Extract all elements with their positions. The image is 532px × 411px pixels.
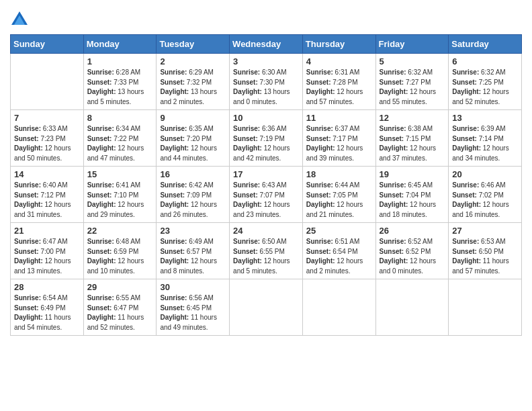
calendar-cell: 26Sunrise: 6:52 AMSunset: 6:52 PMDayligh… [375,223,449,279]
day-info: Sunrise: 6:32 AMSunset: 7:25 PMDaylight:… [452,68,518,107]
day-info: Sunrise: 6:29 AMSunset: 7:32 PMDaylight:… [160,68,226,107]
day-info: Sunrise: 6:30 AMSunset: 7:30 PMDaylight:… [233,68,299,107]
calendar-cell: 25Sunrise: 6:51 AMSunset: 6:54 PMDayligh… [302,223,375,279]
calendar-cell [449,279,522,336]
day-info: Sunrise: 6:51 AMSunset: 6:54 PMDaylight:… [306,237,372,276]
calendar-cell: 21Sunrise: 6:47 AMSunset: 7:00 PMDayligh… [11,223,84,279]
calendar-cell: 7Sunrise: 6:33 AMSunset: 7:23 PMDaylight… [11,110,84,167]
calendar-cell: 12Sunrise: 6:38 AMSunset: 7:15 PMDayligh… [375,110,449,167]
day-info: Sunrise: 6:42 AMSunset: 7:09 PMDaylight:… [160,181,226,220]
calendar-cell: 4Sunrise: 6:31 AMSunset: 7:28 PMDaylight… [302,54,375,110]
day-info: Sunrise: 6:46 AMSunset: 7:02 PMDaylight:… [452,181,518,220]
day-info: Sunrise: 6:41 AMSunset: 7:10 PMDaylight:… [87,181,153,220]
day-number: 12 [380,113,445,123]
day-number: 1 [87,56,153,66]
day-info: Sunrise: 6:44 AMSunset: 7:05 PMDaylight:… [306,181,372,220]
day-number: 24 [233,226,299,236]
day-number: 28 [14,282,80,292]
day-info: Sunrise: 6:38 AMSunset: 7:15 PMDaylight:… [380,124,445,163]
day-number: 11 [306,113,372,123]
weekday-header-tuesday: Tuesday [157,35,230,54]
calendar-cell: 8Sunrise: 6:34 AMSunset: 7:22 PMDaylight… [83,110,157,167]
calendar-header-row: SundayMondayTuesdayWednesdayThursdayFrid… [11,35,522,54]
calendar: SundayMondayTuesdayWednesdayThursdayFrid… [10,34,522,336]
calendar-cell: 22Sunrise: 6:48 AMSunset: 6:59 PMDayligh… [83,223,157,279]
day-number: 8 [87,113,153,123]
calendar-cell: 17Sunrise: 6:43 AMSunset: 7:07 PMDayligh… [230,167,303,223]
calendar-cell [11,54,84,110]
day-number: 13 [452,113,518,123]
day-number: 4 [306,56,372,66]
day-info: Sunrise: 6:34 AMSunset: 7:22 PMDaylight:… [87,124,153,163]
calendar-cell: 13Sunrise: 6:39 AMSunset: 7:14 PMDayligh… [449,110,522,167]
calendar-cell: 14Sunrise: 6:40 AMSunset: 7:12 PMDayligh… [11,167,84,223]
day-info: Sunrise: 6:47 AMSunset: 7:00 PMDaylight:… [14,237,80,276]
page-header [10,7,522,29]
day-info: Sunrise: 6:33 AMSunset: 7:23 PMDaylight:… [14,124,80,163]
day-number: 18 [306,169,372,179]
day-info: Sunrise: 6:35 AMSunset: 7:20 PMDaylight:… [160,124,226,163]
day-number: 30 [160,282,226,292]
day-info: Sunrise: 6:36 AMSunset: 7:19 PMDaylight:… [233,124,299,163]
calendar-cell [375,279,449,336]
logo [10,10,32,29]
day-number: 7 [14,113,80,123]
day-number: 6 [452,56,518,66]
calendar-cell: 10Sunrise: 6:36 AMSunset: 7:19 PMDayligh… [230,110,303,167]
calendar-cell [302,279,375,336]
calendar-cell: 16Sunrise: 6:42 AMSunset: 7:09 PMDayligh… [157,167,230,223]
day-info: Sunrise: 6:37 AMSunset: 7:17 PMDaylight:… [306,124,372,163]
calendar-cell: 29Sunrise: 6:55 AMSunset: 6:47 PMDayligh… [83,279,157,336]
calendar-cell [230,279,303,336]
day-info: Sunrise: 6:32 AMSunset: 7:27 PMDaylight:… [380,68,445,107]
day-number: 26 [380,226,445,236]
week-row-2: 7Sunrise: 6:33 AMSunset: 7:23 PMDaylight… [11,110,522,167]
week-row-5: 28Sunrise: 6:54 AMSunset: 6:49 PMDayligh… [11,279,522,336]
week-row-4: 21Sunrise: 6:47 AMSunset: 7:00 PMDayligh… [11,223,522,279]
calendar-cell: 24Sunrise: 6:50 AMSunset: 6:55 PMDayligh… [230,223,303,279]
day-number: 14 [14,169,80,179]
calendar-cell: 1Sunrise: 6:28 AMSunset: 7:33 PMDaylight… [83,54,157,110]
day-number: 20 [452,169,518,179]
day-info: Sunrise: 6:53 AMSunset: 6:50 PMDaylight:… [452,237,518,276]
calendar-cell: 30Sunrise: 6:56 AMSunset: 6:45 PMDayligh… [157,279,230,336]
day-number: 25 [306,226,372,236]
day-info: Sunrise: 6:56 AMSunset: 6:45 PMDaylight:… [160,293,226,332]
calendar-cell: 2Sunrise: 6:29 AMSunset: 7:32 PMDaylight… [157,54,230,110]
day-info: Sunrise: 6:40 AMSunset: 7:12 PMDaylight:… [14,181,80,220]
day-info: Sunrise: 6:49 AMSunset: 6:57 PMDaylight:… [160,237,226,276]
weekday-header-monday: Monday [83,35,157,54]
calendar-cell: 11Sunrise: 6:37 AMSunset: 7:17 PMDayligh… [302,110,375,167]
calendar-cell: 27Sunrise: 6:53 AMSunset: 6:50 PMDayligh… [449,223,522,279]
day-number: 29 [87,282,153,292]
day-number: 5 [380,56,445,66]
day-number: 2 [160,56,226,66]
weekday-header-sunday: Sunday [11,35,84,54]
day-number: 21 [14,226,80,236]
calendar-cell: 28Sunrise: 6:54 AMSunset: 6:49 PMDayligh… [11,279,84,336]
day-info: Sunrise: 6:55 AMSunset: 6:47 PMDaylight:… [87,293,153,332]
week-row-1: 1Sunrise: 6:28 AMSunset: 7:33 PMDaylight… [11,54,522,110]
day-info: Sunrise: 6:31 AMSunset: 7:28 PMDaylight:… [306,68,372,107]
day-number: 17 [233,169,299,179]
logo-icon [10,10,29,29]
day-number: 22 [87,226,153,236]
day-info: Sunrise: 6:50 AMSunset: 6:55 PMDaylight:… [233,237,299,276]
day-number: 19 [380,169,445,179]
day-info: Sunrise: 6:54 AMSunset: 6:49 PMDaylight:… [14,293,80,332]
weekday-header-friday: Friday [375,35,449,54]
calendar-cell: 5Sunrise: 6:32 AMSunset: 7:27 PMDaylight… [375,54,449,110]
day-number: 27 [452,226,518,236]
calendar-cell: 23Sunrise: 6:49 AMSunset: 6:57 PMDayligh… [157,223,230,279]
calendar-cell: 15Sunrise: 6:41 AMSunset: 7:10 PMDayligh… [83,167,157,223]
day-number: 3 [233,56,299,66]
day-number: 16 [160,169,226,179]
day-info: Sunrise: 6:28 AMSunset: 7:33 PMDaylight:… [87,68,153,107]
weekday-header-wednesday: Wednesday [230,35,303,54]
day-number: 23 [160,226,226,236]
calendar-cell: 20Sunrise: 6:46 AMSunset: 7:02 PMDayligh… [449,167,522,223]
calendar-cell: 18Sunrise: 6:44 AMSunset: 7:05 PMDayligh… [302,167,375,223]
calendar-cell: 9Sunrise: 6:35 AMSunset: 7:20 PMDaylight… [157,110,230,167]
day-number: 10 [233,113,299,123]
calendar-cell: 6Sunrise: 6:32 AMSunset: 7:25 PMDaylight… [449,54,522,110]
